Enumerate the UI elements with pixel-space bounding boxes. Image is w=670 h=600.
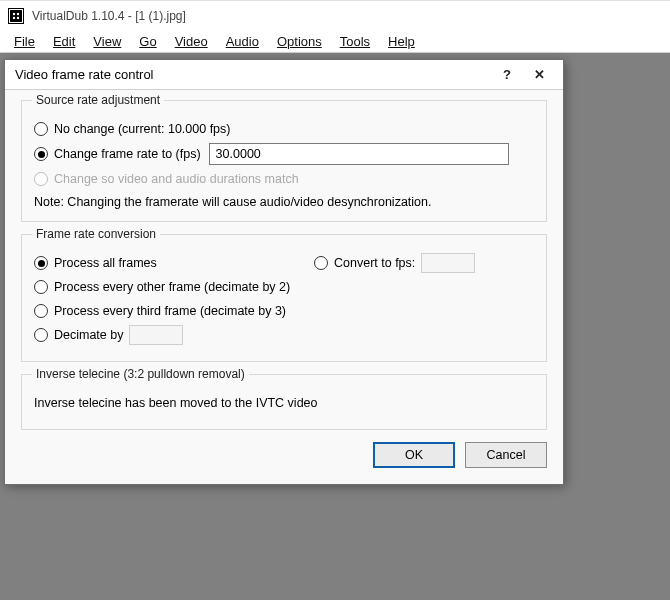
- group-legend: Source rate adjustment: [32, 93, 164, 107]
- radio-process-all[interactable]: [34, 256, 48, 270]
- app-icon: [8, 8, 24, 24]
- dialog-title: Video frame rate control: [15, 67, 491, 82]
- menu-file[interactable]: File: [6, 32, 43, 51]
- radio-decimate-by[interactable]: [34, 328, 48, 342]
- group-frame-rate-conversion: Frame rate conversion Process all frames…: [21, 234, 547, 362]
- group-legend: Inverse telecine (3:2 pulldown removal): [32, 367, 249, 381]
- menu-go[interactable]: Go: [131, 32, 164, 51]
- svg-point-4: [17, 13, 19, 15]
- radio-process-all-label: Process all frames: [54, 256, 157, 270]
- menu-video[interactable]: Video: [167, 32, 216, 51]
- menubar: File Edit View Go Video Audio Options To…: [0, 31, 670, 53]
- svg-point-6: [17, 17, 19, 19]
- ok-button[interactable]: OK: [373, 442, 455, 468]
- change-fps-input[interactable]: [209, 143, 509, 165]
- source-rate-note: Note: Changing the framerate will cause …: [34, 195, 534, 209]
- radio-decimate-by-label: Decimate by: [54, 328, 123, 342]
- menu-audio[interactable]: Audio: [218, 32, 267, 51]
- radio-no-change[interactable]: [34, 122, 48, 136]
- main-window-titlebar: VirtualDub 1.10.4 - [1 (1).jpg]: [0, 1, 670, 31]
- frame-rate-dialog: Video frame rate control ? ✕ Source rate…: [4, 59, 564, 485]
- svg-point-3: [13, 13, 15, 15]
- group-legend: Frame rate conversion: [32, 227, 160, 241]
- decimate-by-input[interactable]: [129, 325, 183, 345]
- close-icon[interactable]: ✕: [523, 63, 555, 87]
- radio-every-other-label: Process every other frame (decimate by 2…: [54, 280, 290, 294]
- cancel-button[interactable]: Cancel: [465, 442, 547, 468]
- menu-tools[interactable]: Tools: [332, 32, 378, 51]
- radio-convert-to-fps[interactable]: [314, 256, 328, 270]
- group-source-rate: Source rate adjustment No change (curren…: [21, 100, 547, 222]
- main-window-title: VirtualDub 1.10.4 - [1 (1).jpg]: [32, 9, 186, 23]
- radio-every-other[interactable]: [34, 280, 48, 294]
- svg-rect-2: [10, 10, 22, 22]
- menu-options[interactable]: Options: [269, 32, 330, 51]
- radio-match-durations-label: Change so video and audio durations matc…: [54, 172, 299, 186]
- help-icon[interactable]: ?: [491, 63, 523, 87]
- convert-to-fps-input[interactable]: [421, 253, 475, 273]
- radio-every-third-label: Process every third frame (decimate by 3…: [54, 304, 286, 318]
- group-ivtc: Inverse telecine (3:2 pulldown removal) …: [21, 374, 547, 430]
- ok-button-label: OK: [405, 448, 423, 462]
- cancel-button-label: Cancel: [487, 448, 526, 462]
- menu-edit[interactable]: Edit: [45, 32, 83, 51]
- svg-point-5: [13, 17, 15, 19]
- ivtc-message: Inverse telecine has been moved to the I…: [34, 396, 318, 410]
- radio-no-change-label: No change (current: 10.000 fps): [54, 122, 231, 136]
- radio-change-fps[interactable]: [34, 147, 48, 161]
- radio-match-durations: [34, 172, 48, 186]
- radio-convert-to-fps-label: Convert to fps:: [334, 256, 415, 270]
- menu-view[interactable]: View: [85, 32, 129, 51]
- menu-help[interactable]: Help: [380, 32, 423, 51]
- radio-every-third[interactable]: [34, 304, 48, 318]
- radio-change-fps-label: Change frame rate to (fps): [54, 147, 201, 161]
- dialog-titlebar: Video frame rate control ? ✕: [5, 60, 563, 90]
